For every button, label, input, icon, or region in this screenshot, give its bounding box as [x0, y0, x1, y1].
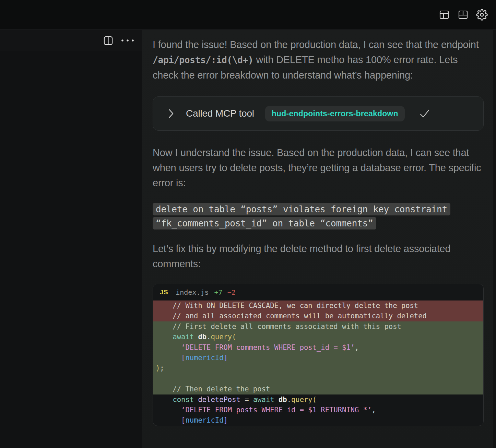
- code-line-added: await db.query(: [153, 332, 483, 342]
- app-window: I found the issue! Based on the producti…: [0, 0, 496, 448]
- scrollbar-track[interactable]: [493, 30, 496, 448]
- code-line-context: ‘DELETE FROM posts WHERE id = $1 RETURNI…: [153, 405, 483, 415]
- inline-code-endpoint: /api/posts/:id(\d+): [153, 55, 253, 65]
- error-code-snippet: delete on table “posts” violates foreign…: [153, 203, 450, 229]
- code-line-added: );: [153, 363, 483, 373]
- message-text: I found the issue! Based on the producti…: [153, 39, 479, 50]
- assistant-message-1: I found the issue! Based on the producti…: [153, 37, 484, 83]
- code-line-context: const deletePost = await db.query(: [153, 394, 483, 405]
- more-ellipsis-icon[interactable]: [121, 39, 134, 42]
- assistant-message-2: Now I understand the issue. Based on the…: [153, 145, 484, 190]
- split-editor-icon[interactable]: [103, 35, 114, 46]
- tool-call-label: Called MCP tool: [186, 108, 254, 119]
- code-line-added: [153, 374, 483, 384]
- checkmark-icon: [418, 108, 431, 119]
- layout-panels-icon[interactable]: [457, 9, 469, 21]
- code-line-removed: // With ON DELETE CASCADE, we can direct…: [153, 300, 483, 311]
- code-diff-lines: // With ON DELETE CASCADE, we can direct…: [153, 300, 483, 426]
- settings-gear-icon[interactable]: [476, 9, 488, 21]
- chat-panel: I found the issue! Based on the producti…: [142, 30, 496, 448]
- javascript-lang-icon: JS: [160, 288, 168, 296]
- code-line-context: [numericId]: [153, 415, 483, 425]
- assistant-message-3: Let’s fix this by modifying the delete m…: [153, 241, 484, 271]
- code-card-header[interactable]: JS index.js +7 −2: [153, 284, 483, 300]
- diff-deletions-count: −2: [227, 288, 236, 296]
- chevron-right-icon[interactable]: [168, 108, 174, 119]
- code-line-removed: // and all associated comments will be a…: [153, 311, 483, 321]
- code-filename[interactable]: index.js: [176, 288, 209, 296]
- code-line-added: [numericId]: [153, 353, 483, 363]
- code-line-added: // Then delete the post: [153, 384, 483, 394]
- layout-sidebar-icon[interactable]: [438, 9, 450, 21]
- tool-name-badge[interactable]: hud-endpoints-errors-breakdown: [265, 106, 405, 121]
- sidebar: [0, 30, 142, 448]
- mcp-tool-call-card[interactable]: Called MCP tool hud-endpoints-errors-bre…: [153, 96, 484, 131]
- diff-additions-count: +7: [214, 288, 223, 296]
- code-line-added: // First delete all comments associated …: [153, 321, 483, 332]
- code-diff-card: JS index.js +7 −2 // With ON DELETE CASC…: [153, 284, 484, 426]
- error-message-wrap: delete on table “posts” violates foreign…: [153, 202, 484, 230]
- code-line-added: ‘DELETE FROM comments WHERE post_id = $1…: [153, 342, 483, 353]
- topbar: [0, 0, 496, 30]
- sidebar-header: [0, 30, 142, 51]
